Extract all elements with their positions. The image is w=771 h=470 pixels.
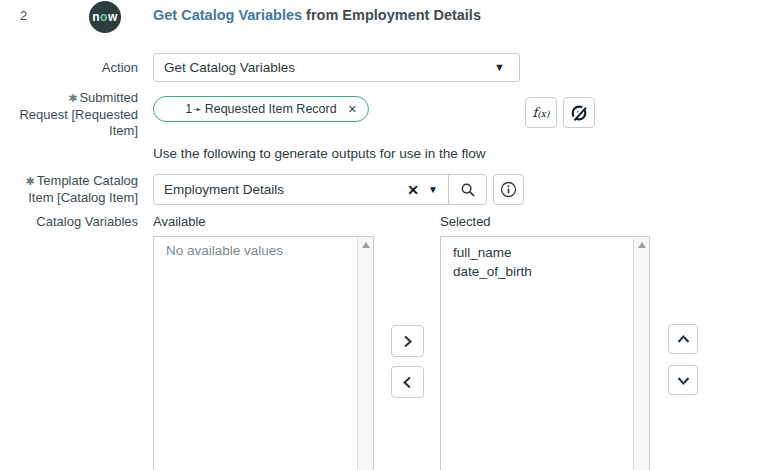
- info-button[interactable]: [493, 174, 524, 205]
- chevron-down-icon: ▼: [494, 62, 505, 73]
- required-icon: ✱: [26, 175, 35, 187]
- logo-char: n: [92, 10, 100, 24]
- chevron-up-icon: [676, 332, 691, 347]
- action-title-link[interactable]: Get Catalog Variables: [153, 7, 302, 23]
- step-title: Get Catalog Variables from Employment De…: [153, 7, 481, 23]
- available-listbox[interactable]: No available values: [153, 236, 374, 470]
- step-title-suffix: from Employment Details: [302, 7, 481, 23]
- selected-listbox[interactable]: full_name date_of_birth: [440, 236, 650, 470]
- catalog-item-reference-field[interactable]: Employment Details ✕ ▼: [153, 174, 487, 205]
- template-catalog-item-label: ✱Template Catalog Item [Catalog Item]: [0, 173, 138, 206]
- chevron-right-icon: [400, 334, 415, 349]
- action-label: Action: [0, 60, 138, 77]
- available-empty-text: No available values: [166, 243, 358, 258]
- catalog-item-value: Employment Details: [154, 182, 407, 197]
- toggle-pill-preview-button[interactable]: [563, 97, 595, 128]
- action-select[interactable]: Get Catalog Variables ▼: [153, 53, 520, 82]
- step-number: 2: [20, 8, 27, 23]
- submitted-request-label: ✱Submitted Request [Requested Item]: [0, 90, 138, 140]
- servicenow-logo-icon: now: [89, 1, 121, 33]
- logo-char: w: [108, 10, 118, 24]
- action-select-value: Get Catalog Variables: [154, 60, 494, 75]
- available-header: Available: [153, 214, 206, 229]
- list-item[interactable]: full_name: [453, 243, 634, 262]
- eye-slash-icon: [570, 104, 588, 122]
- scroll-up-icon[interactable]: [638, 242, 646, 248]
- info-icon: [500, 181, 517, 198]
- selected-header: Selected: [440, 214, 491, 229]
- pill-index: 1: [185, 102, 192, 116]
- scroll-up-icon[interactable]: [362, 242, 370, 248]
- required-icon: ✱: [68, 92, 77, 104]
- pill-remove-icon[interactable]: ✕: [348, 103, 357, 116]
- move-up-button[interactable]: [668, 324, 698, 354]
- move-right-button[interactable]: [391, 325, 424, 357]
- logo-char: o: [100, 10, 108, 24]
- selected-scrollbar[interactable]: [633, 237, 649, 470]
- catalog-variables-label: Catalog Variables: [0, 214, 138, 231]
- move-left-button[interactable]: [391, 366, 424, 398]
- chevron-left-icon: [400, 375, 415, 390]
- flow-action-step: 2 now Get Catalog Variables from Employm…: [0, 0, 771, 470]
- arrow-right-icon: ➛: [193, 104, 201, 115]
- search-icon: [460, 182, 476, 198]
- available-scrollbar[interactable]: [357, 237, 373, 470]
- clear-icon[interactable]: ✕: [407, 183, 419, 197]
- pill-text: Requested Item Record: [205, 102, 337, 116]
- chevron-down-icon[interactable]: ▼: [428, 185, 438, 195]
- chevron-down-icon: [676, 373, 691, 388]
- reference-lookup-button[interactable]: [449, 175, 486, 204]
- helper-text: Use the following to generate outputs fo…: [153, 146, 485, 161]
- data-pill-requested-item[interactable]: 1 ➛ Requested Item Record ✕: [153, 96, 369, 122]
- fx-expression-button[interactable]: f(x): [525, 97, 557, 128]
- move-down-button[interactable]: [668, 365, 698, 395]
- list-item[interactable]: date_of_birth: [453, 262, 634, 281]
